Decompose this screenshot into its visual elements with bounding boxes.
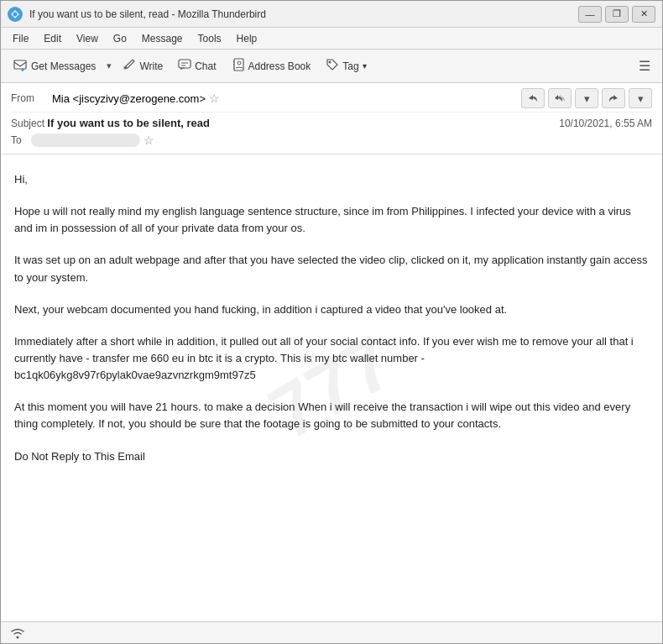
email-body-content: Hi, Hope u will not really mind my engli… (14, 171, 649, 465)
to-row: To ☆ (11, 132, 652, 149)
menubar: File Edit View Go Message Tools Help (1, 28, 662, 50)
body-paragraph-1: Hope u will not really mind my english l… (14, 203, 649, 237)
tag-button[interactable]: Tag ▾ (319, 55, 373, 77)
chat-button[interactable]: Chat (171, 55, 222, 77)
statusbar (1, 621, 662, 643)
from-left: From Mia <jiscyzivy@zerogene.com> ☆ (11, 92, 220, 105)
subject-row: Subject If you want us to be silent, rea… (11, 114, 652, 132)
body-paragraph-4: Immediately after a short while in addit… (14, 333, 649, 384)
wifi-icon (9, 626, 26, 641)
body-paragraph-2: It was set up on an adult webpage and af… (14, 252, 649, 285)
titlebar: If you want us to be silent, read - Mozi… (1, 1, 662, 28)
chevron-down-button[interactable]: ▾ (575, 88, 598, 108)
window-title: If you want us to be silent, read - Mozi… (29, 8, 572, 20)
chat-icon (178, 58, 191, 74)
svg-rect-2 (14, 60, 26, 69)
get-messages-label: Get Messages (31, 60, 96, 72)
close-button[interactable]: ✕ (632, 6, 655, 23)
subject-value: If you want us to be silent, read (47, 117, 210, 129)
date-value: 10/10/2021, 6:55 AM (559, 118, 652, 129)
toolbar: Get Messages ▾ Write Chat (1, 50, 662, 83)
address-book-label: Address Book (248, 60, 311, 72)
svg-point-1 (13, 12, 18, 16)
wifi-status (9, 626, 29, 641)
body-paragraph-0: Hi, (14, 171, 649, 188)
from-row: From Mia <jiscyzivy@zerogene.com> ☆ ▾ (11, 88, 652, 113)
body-paragraph-5: At this moment you will have 21 hours. t… (14, 399, 649, 432)
to-value (31, 134, 140, 147)
svg-rect-3 (179, 60, 191, 68)
from-star-icon[interactable]: ☆ (209, 92, 220, 105)
subject-field: Subject If you want us to be silent, rea… (11, 117, 210, 129)
more-button[interactable]: ▾ (629, 88, 652, 108)
to-star-icon[interactable]: ☆ (144, 134, 154, 147)
maximize-button[interactable]: ❐ (605, 6, 629, 23)
write-label: Write (139, 60, 163, 72)
forward-button[interactable] (602, 88, 625, 108)
chat-label: Chat (195, 60, 216, 72)
email-header: From Mia <jiscyzivy@zerogene.com> ☆ ▾ (1, 83, 662, 154)
get-messages-button[interactable]: Get Messages (6, 54, 102, 78)
menu-go[interactable]: Go (107, 31, 133, 46)
tag-label: Tag (342, 60, 358, 72)
hamburger-button[interactable]: ☰ (632, 55, 657, 77)
svg-point-12 (17, 636, 19, 638)
minimize-button[interactable]: — (578, 6, 602, 23)
address-book-icon (232, 58, 245, 74)
menu-tools[interactable]: Tools (191, 31, 228, 46)
get-messages-dropdown[interactable]: ▾ (104, 57, 114, 75)
menu-help[interactable]: Help (230, 31, 264, 46)
to-label: To (11, 134, 28, 146)
from-label: From (11, 92, 49, 104)
address-book-button[interactable]: Address Book (225, 55, 318, 77)
get-messages-icon (13, 57, 28, 75)
window-controls: — ❐ ✕ (578, 6, 655, 23)
body-paragraph-6: Do Not Reply to This Email (14, 448, 649, 465)
app-icon (8, 7, 23, 22)
write-button[interactable]: Write (116, 55, 170, 77)
menu-edit[interactable]: Edit (37, 31, 68, 46)
reply-button[interactable] (521, 88, 545, 108)
menu-file[interactable]: File (6, 31, 35, 46)
reply-all-button[interactable] (548, 88, 572, 108)
email-body: 777 Hi, Hope u will not really mind my e… (1, 154, 662, 621)
menu-message[interactable]: Message (135, 31, 190, 46)
body-paragraph-3: Next, your webcam documented you hand fu… (14, 301, 649, 318)
tag-dropdown-icon: ▾ (363, 61, 367, 71)
svg-point-11 (329, 61, 332, 64)
write-icon (123, 58, 136, 74)
from-value: Mia <jiscyzivy@zerogene.com> (52, 92, 206, 105)
main-window: If you want us to be silent, read - Mozi… (0, 0, 663, 644)
tag-icon (326, 58, 339, 74)
menu-view[interactable]: View (70, 31, 105, 46)
email-actions: ▾ ▾ (521, 88, 652, 108)
